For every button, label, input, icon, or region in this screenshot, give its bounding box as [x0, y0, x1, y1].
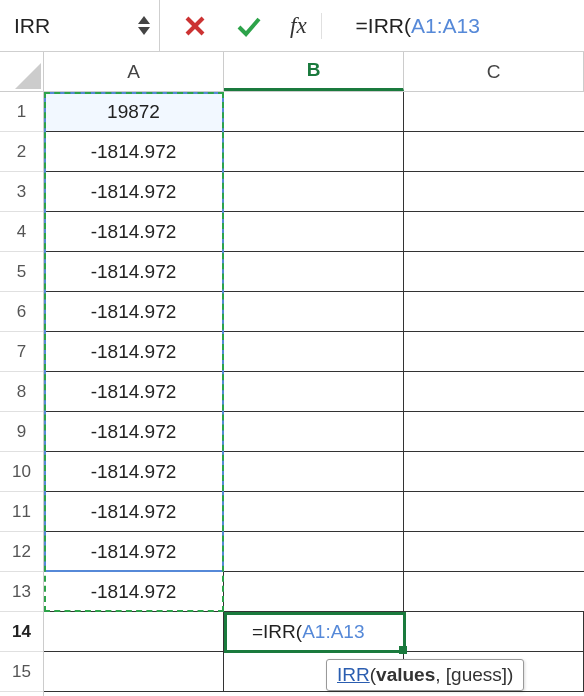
row-header-4[interactable]: 4: [0, 212, 43, 252]
cell-c8[interactable]: [404, 372, 584, 412]
formula-bar: IRR fx =IRR(A1:A13: [0, 0, 584, 52]
cell-c6[interactable]: [404, 292, 584, 332]
tooltip-sep: ,: [435, 664, 446, 685]
cell-a1[interactable]: 19872: [44, 92, 224, 132]
cell-c3[interactable]: [404, 172, 584, 212]
row-header-15[interactable]: 15: [0, 652, 43, 692]
cell-a13[interactable]: -1814.972: [44, 572, 224, 612]
cell-a8[interactable]: -1814.972: [44, 372, 224, 412]
cell-b1[interactable]: [224, 92, 404, 132]
grid-row: -1814.972: [44, 292, 584, 332]
cell-a10[interactable]: -1814.972: [44, 452, 224, 492]
row-header-3[interactable]: 3: [0, 172, 43, 212]
name-box-text: IRR: [14, 14, 50, 38]
cell-a14[interactable]: [44, 612, 224, 652]
check-icon: [236, 15, 262, 37]
grid-row: -1814.972: [44, 372, 584, 412]
name-box-stepper[interactable]: [137, 15, 151, 36]
column-headers: A B C: [44, 52, 584, 92]
chevron-up-icon: [137, 15, 151, 25]
cell-b5[interactable]: [224, 252, 404, 292]
cell-b2[interactable]: [224, 132, 404, 172]
formula-input[interactable]: =IRR(A1:A13: [344, 14, 480, 38]
formula-range-ref: A1:A13: [411, 14, 480, 38]
cell-b3[interactable]: [224, 172, 404, 212]
cell-b14-content: =IRR(A1:A13: [234, 621, 364, 643]
function-tooltip[interactable]: IRR(values, [guess]): [326, 659, 524, 691]
cell-b11[interactable]: [224, 492, 404, 532]
row-header-gutter: 1 2 3 4 5 6 7 8 9 10 11 12 13 14 15: [0, 52, 44, 696]
svg-marker-1: [138, 27, 150, 35]
cell-a7[interactable]: -1814.972: [44, 332, 224, 372]
grid-row: -1814.972: [44, 492, 584, 532]
confirm-button[interactable]: [236, 13, 262, 39]
grid-row: -1814.972: [44, 452, 584, 492]
row-header-14[interactable]: 14: [0, 612, 43, 652]
cell-c9[interactable]: [404, 412, 584, 452]
cell-c12[interactable]: [404, 532, 584, 572]
cell-a12[interactable]: -1814.972: [44, 532, 224, 572]
row-header-5[interactable]: 5: [0, 252, 43, 292]
grid-row: -1814.972: [44, 412, 584, 452]
row-header-12[interactable]: 12: [0, 532, 43, 572]
grid-row: =IRR(A1:A13: [44, 612, 584, 652]
column-header-b[interactable]: B: [224, 52, 404, 91]
cell-a6[interactable]: -1814.972: [44, 292, 224, 332]
tooltip-arg-values: values: [376, 664, 435, 685]
tooltip-close-paren: ): [507, 664, 513, 685]
row-header-13[interactable]: 13: [0, 572, 43, 612]
cell-b12[interactable]: [224, 532, 404, 572]
cell-b14[interactable]: =IRR(A1:A13: [224, 612, 404, 652]
grid-row: -1814.972: [44, 132, 584, 172]
row-header-6[interactable]: 6: [0, 292, 43, 332]
row-header-2[interactable]: 2: [0, 132, 43, 172]
cell-a11[interactable]: -1814.972: [44, 492, 224, 532]
cell-c14[interactable]: [404, 612, 584, 652]
cell-c13[interactable]: [404, 572, 584, 612]
cell-formula-ref: A1:A13: [302, 621, 364, 643]
grid-row: -1814.972: [44, 332, 584, 372]
cell-c4[interactable]: [404, 212, 584, 252]
cancel-button[interactable]: [182, 13, 208, 39]
cell-c2[interactable]: [404, 132, 584, 172]
name-box[interactable]: IRR: [0, 0, 160, 51]
cell-b4[interactable]: [224, 212, 404, 252]
select-all-corner[interactable]: [0, 52, 43, 92]
x-icon: [184, 15, 206, 37]
column-header-c[interactable]: C: [404, 52, 584, 91]
svg-marker-0: [138, 16, 150, 24]
row-header-8[interactable]: 8: [0, 372, 43, 412]
cell-a9[interactable]: -1814.972: [44, 412, 224, 452]
row-header-7[interactable]: 7: [0, 332, 43, 372]
cell-b8[interactable]: [224, 372, 404, 412]
grid-body: A B C 19872 -1814.972 -1814.972: [44, 52, 584, 696]
row-header-10[interactable]: 10: [0, 452, 43, 492]
cell-b10[interactable]: [224, 452, 404, 492]
tooltip-function-name: IRR: [337, 664, 370, 685]
row-header-11[interactable]: 11: [0, 492, 43, 532]
cell-b7[interactable]: [224, 332, 404, 372]
cell-c7[interactable]: [404, 332, 584, 372]
tooltip-arg-guess: [guess]: [446, 664, 507, 685]
cell-b6[interactable]: [224, 292, 404, 332]
cell-c5[interactable]: [404, 252, 584, 292]
cell-b9[interactable]: [224, 412, 404, 452]
cell-a2[interactable]: -1814.972: [44, 132, 224, 172]
fx-label[interactable]: fx: [290, 13, 322, 39]
cell-a5[interactable]: -1814.972: [44, 252, 224, 292]
rows-container: 19872 -1814.972 -1814.972 -1814.972 -181: [44, 92, 584, 692]
grid-row: -1814.972: [44, 572, 584, 612]
column-header-a[interactable]: A: [44, 52, 224, 91]
cell-a4[interactable]: -1814.972: [44, 212, 224, 252]
cell-c10[interactable]: [404, 452, 584, 492]
cell-b13[interactable]: [224, 572, 404, 612]
cell-a15[interactable]: [44, 652, 224, 692]
cell-a3[interactable]: -1814.972: [44, 172, 224, 212]
cell-formula-prefix: =IRR(: [252, 621, 302, 643]
formula-bar-actions: fx: [160, 13, 344, 39]
row-header-9[interactable]: 9: [0, 412, 43, 452]
cell-c1[interactable]: [404, 92, 584, 132]
row-header-1[interactable]: 1: [0, 92, 43, 132]
spreadsheet-grid: 1 2 3 4 5 6 7 8 9 10 11 12 13 14 15 A B …: [0, 52, 584, 696]
cell-c11[interactable]: [404, 492, 584, 532]
